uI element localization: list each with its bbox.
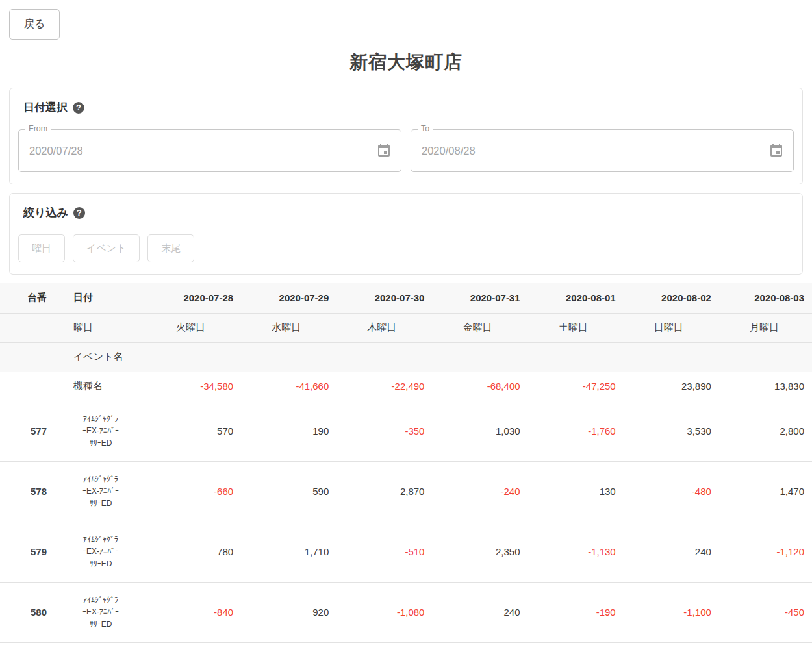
back-button[interactable]: 戻る [9, 9, 60, 40]
total-cell: -68,400 [429, 372, 525, 401]
machine-number: 579 [0, 522, 58, 582]
total-cell: 23,890 [621, 372, 717, 401]
filter-title-row: 絞り込み ? [23, 205, 794, 220]
value-cell: -1,100 [621, 582, 717, 642]
date-from-field[interactable]: From [18, 129, 401, 172]
weekday-cell: 日曜日 [621, 313, 717, 342]
header-date-col: 2020-07-31 [429, 283, 525, 313]
value-cell: 1,710 [238, 522, 334, 582]
weekday-cell: 月曜日 [717, 313, 812, 342]
machine-number: 581 [0, 642, 58, 656]
header-date-col: 2020-08-02 [621, 283, 717, 313]
calendar-icon[interactable] [376, 143, 392, 158]
table-header-row: 台番 日付 2020-07-28 2020-07-29 2020-07-30 2… [0, 283, 812, 313]
value-cell: 360 [429, 642, 525, 656]
machine-row: 577 ｱｲﾑｼﾞｬｸﾞﾗ ｰEX-ｱﾆﾊﾞｰ ｻﾘｰED 570 190 -3… [0, 401, 812, 461]
header-date: 日付 [58, 283, 143, 313]
event-row: イベント名 [0, 342, 812, 372]
total-cell: -47,250 [526, 372, 621, 401]
filter-card: 絞り込み ? 曜日 イベント 末尾 [9, 193, 803, 275]
value-cell: 240 [621, 522, 717, 582]
machine-name-line: ｰEX-ｱﾆﾊﾞｰ [58, 606, 143, 618]
machine-name-line: ｱｲﾑｼﾞｬｸﾞﾗ [58, 413, 143, 425]
value-cell: -1,130 [526, 522, 621, 582]
value-cell: 590 [238, 461, 334, 522]
header-date-col: 2020-07-28 [143, 283, 238, 313]
value-cell: 190 [238, 401, 334, 461]
value-cell: 2,120 [526, 642, 621, 656]
event-cell [717, 342, 812, 372]
machine-name-line: ｰEX-ｱﾆﾊﾞｰ [58, 546, 143, 558]
value-cell: 240 [429, 582, 525, 642]
value-cell: 920 [238, 582, 334, 642]
date-to-field[interactable]: To [411, 129, 794, 172]
header-date-col: 2020-07-30 [334, 283, 429, 313]
machine-name-line: ｱｲﾑｼﾞｬｸﾞﾗ [58, 473, 143, 486]
value-cell: 1,030 [429, 401, 525, 461]
value-cell: -1,080 [334, 582, 429, 642]
machine-number: 580 [0, 582, 58, 642]
machine-name-line: ｻﾘｰED [58, 558, 143, 570]
value-cell: 340 [238, 642, 334, 656]
value-cell: 570 [143, 401, 238, 461]
value-cell: -660 [143, 461, 238, 522]
date-select-title-row: 日付選択 ? [23, 100, 794, 115]
value-cell: -350 [334, 401, 429, 461]
event-cell [621, 342, 717, 372]
header-date-col: 2020-08-01 [526, 283, 621, 313]
machine-row: 578 ｱｲﾑｼﾞｬｸﾞﾗ ｰEX-ｱﾆﾊﾞｰ ｻﾘｰED -660 590 2… [0, 461, 812, 522]
value-cell: 2,870 [334, 461, 429, 522]
weekday-cell: 土曜日 [526, 313, 621, 342]
help-icon[interactable]: ? [73, 207, 85, 219]
machine-name: ｱｲﾑｼﾞｬｸﾞﾗ ｰEX-ｱﾆﾊﾞｰ ｻﾘｰED [58, 582, 143, 642]
value-cell: 3,530 [621, 401, 717, 461]
model-total-row: 機種名 -34,580 -41,660 -22,490 -68,400 -47,… [0, 372, 812, 401]
event-cell [143, 342, 238, 372]
page-title: 新宿大塚町店 [0, 50, 812, 75]
value-cell: -1,120 [717, 522, 812, 582]
date-to-label: To [418, 124, 433, 133]
filter-button-event[interactable]: イベント [73, 234, 140, 262]
machine-name-line: ｱｲﾑｼﾞｬｸﾞﾗ [58, 594, 143, 607]
machine-name-line: ｻﾘｰED [58, 618, 143, 631]
value-cell: 2,350 [429, 522, 525, 582]
filter-button-suffix[interactable]: 末尾 [147, 234, 194, 262]
weekday-cell: 木曜日 [334, 313, 429, 342]
machine-row: 581 ｱｲﾑｼﾞｬｸﾞﾗ ｰEX-ｱﾆﾊﾞｰ ｻﾘｰED -810 340 -… [0, 642, 812, 656]
value-cell: -480 [621, 461, 717, 522]
results-table: 台番 日付 2020-07-28 2020-07-29 2020-07-30 2… [0, 283, 812, 656]
value-cell: 370 [621, 642, 717, 656]
value-cell: -810 [143, 642, 238, 656]
value-cell: -840 [143, 582, 238, 642]
date-select-title: 日付選択 [23, 100, 68, 115]
value-cell: 870 [717, 642, 812, 656]
date-from-input[interactable] [29, 145, 376, 157]
event-row-label: イベント名 [58, 342, 143, 372]
value-cell: -240 [429, 461, 525, 522]
date-to-input[interactable] [422, 145, 768, 157]
machine-name: ｱｲﾑｼﾞｬｸﾞﾗ ｰEX-ｱﾆﾊﾞｰ ｻﾘｰED [58, 642, 143, 656]
weekday-row-label: 曜日 [58, 313, 143, 342]
date-from-label: From [25, 124, 51, 133]
machine-number: 577 [0, 401, 58, 461]
calendar-icon[interactable] [768, 143, 784, 158]
total-cell: 13,830 [717, 372, 812, 401]
weekday-cell: 金曜日 [429, 313, 525, 342]
machine-row: 580 ｱｲﾑｼﾞｬｸﾞﾗ ｰEX-ｱﾆﾊﾞｰ ｻﾘｰED -840 920 -… [0, 582, 812, 642]
weekday-row: 曜日 火曜日 水曜日 木曜日 金曜日 土曜日 日曜日 月曜日 [0, 313, 812, 342]
value-cell: 130 [526, 461, 621, 522]
machine-row: 579 ｱｲﾑｼﾞｬｸﾞﾗ ｰEX-ｱﾆﾊﾞｰ ｻﾘｰED 780 1,710 … [0, 522, 812, 582]
value-cell: -530 [334, 642, 429, 656]
event-cell [238, 342, 334, 372]
machine-number: 578 [0, 461, 58, 522]
date-select-card: 日付選択 ? From To [9, 88, 803, 184]
filter-button-weekday[interactable]: 曜日 [18, 234, 65, 262]
weekday-cell: 水曜日 [238, 313, 334, 342]
total-cell: -22,490 [334, 372, 429, 401]
help-icon[interactable]: ? [73, 102, 84, 114]
machine-name-line: ｻﾘｰED [58, 437, 143, 449]
machine-name-line: ｰEX-ｱﾆﾊﾞｰ [58, 425, 143, 437]
event-cell [334, 342, 429, 372]
event-cell [429, 342, 525, 372]
total-cell: -41,660 [238, 372, 334, 401]
